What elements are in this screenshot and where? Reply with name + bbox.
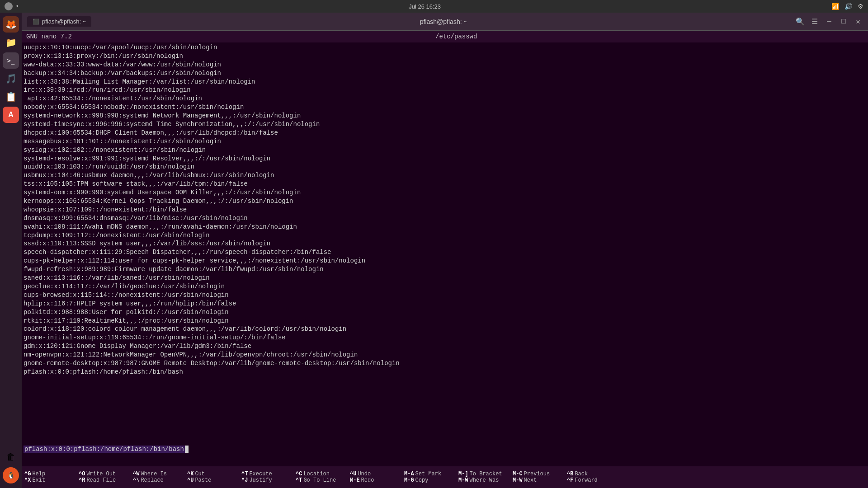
label-back: Back	[575, 471, 588, 477]
nano-filename: /etc/passwd	[435, 33, 477, 40]
footer-exit[interactable]: ^X Exit	[22, 477, 76, 483]
nano-version: GNU nano 7.2	[26, 33, 72, 40]
label-help: Help	[32, 471, 45, 477]
label-redo: Redo	[361, 477, 374, 483]
footer-justify[interactable]: ^J Justify	[239, 477, 293, 483]
menu-button[interactable]: ☰	[810, 17, 819, 26]
footer-help[interactable]: ^G Help	[22, 471, 76, 477]
key-ctrl-f: ^F	[567, 477, 573, 483]
terminal-icon: ⬛	[33, 19, 39, 25]
footer-rows: ^G Help ^O Write Out ^W Where Is ^K Cut …	[22, 471, 868, 483]
nano-footer: ^G Help ^O Write Out ^W Where Is ^K Cut …	[22, 466, 868, 488]
footer-previous[interactable]: M-C Previous	[510, 471, 564, 477]
title-bar-tab[interactable]: ⬛ pflash@pflash: ~	[27, 16, 91, 27]
footer-location[interactable]: ^C Location	[293, 471, 347, 477]
footer-copy[interactable]: M-G Copy	[401, 477, 456, 483]
system-icon	[5, 2, 13, 10]
taskbar-icon-trash[interactable]: 🗑	[3, 449, 19, 465]
key-ctrl-x: ^X	[24, 477, 31, 483]
key-ctrl-j: ^J	[241, 477, 248, 483]
label-copy: Copy	[415, 477, 429, 483]
footer-wherewas[interactable]: M-W Where Was	[456, 477, 510, 483]
taskbar: 🦊 📁 >_ 🎵 📋 A 🗑 🐧	[0, 13, 22, 488]
app-indicator: •	[16, 3, 18, 9]
label-forward: Forward	[575, 477, 597, 483]
key-m-bracket: M-]	[458, 471, 468, 477]
taskbar-icon-terminal[interactable]: >_	[3, 52, 19, 69]
label-previous: Previous	[524, 471, 550, 477]
highlighted-entry: pflash:x:0:0:pflash:/home/pflash:/bin/ba…	[24, 446, 185, 453]
cursor-block	[185, 446, 189, 453]
footer-bottom-row: ^X Exit ^R Read File ^\ Replace ^U Paste…	[22, 477, 868, 483]
footer-paste[interactable]: ^U Paste	[184, 477, 239, 483]
footer-gotoline[interactable]: ^T Go To Line	[293, 477, 347, 483]
footer-replace[interactable]: ^\ Replace	[130, 477, 184, 483]
footer-tobracket[interactable]: M-] To Bracket	[456, 471, 510, 477]
title-bar-left: ⬛ pflash@pflash: ~	[27, 16, 91, 27]
footer-execute[interactable]: ^T Execute	[239, 471, 293, 477]
label-execute: Execute	[249, 471, 272, 477]
close-button[interactable]: ✕	[854, 17, 863, 26]
label-setmark: Set Mark	[415, 471, 442, 477]
label-location: Location	[303, 471, 330, 477]
footer-cut[interactable]: ^K Cut	[184, 471, 239, 477]
key-ctrl-r: ^R	[79, 477, 85, 483]
key-m-e: M-E	[350, 477, 360, 483]
title-bar: ⬛ pflash@pflash: ~ pflash@pflash: ~ 🔍 ☰ …	[22, 13, 868, 31]
label-justify: Justify	[249, 477, 272, 483]
minimize-button[interactable]: ─	[825, 17, 834, 26]
label-readfile: Read File	[86, 477, 116, 483]
maximize-button[interactable]: □	[839, 17, 848, 26]
key-ctrl-t2: ^T	[296, 477, 302, 483]
footer-writeout[interactable]: ^O Write Out	[76, 471, 130, 477]
taskbar-icon-firefox[interactable]: 🦊	[3, 16, 19, 33]
key-ctrl-u: ^U	[187, 477, 193, 483]
key-ctrl-backslash: ^\	[133, 477, 139, 483]
label-paste: Paste	[195, 477, 211, 483]
nano-content[interactable]: uucp:x:10:10:uucp:/var/spool/uucp:/usr/s…	[22, 42, 868, 445]
label-gotoline: Go To Line	[303, 477, 336, 483]
taskbar-icon-ubuntu[interactable]: 🐧	[3, 467, 19, 483]
key-m-w2: M-W	[513, 477, 523, 483]
footer-back[interactable]: ^B Back	[564, 471, 618, 477]
footer-undo[interactable]: ^U Undo	[347, 471, 401, 477]
terminal-window: ⬛ pflash@pflash: ~ pflash@pflash: ~ 🔍 ☰ …	[22, 13, 868, 488]
taskbar-icon-music[interactable]: 🎵	[3, 70, 19, 87]
taskbar-icon-files[interactable]: 📁	[3, 34, 19, 51]
footer-redo[interactable]: M-E Redo	[347, 477, 401, 483]
key-ctrl-w: ^W	[133, 471, 139, 477]
taskbar-icon-notes[interactable]: 📋	[3, 89, 19, 105]
search-button[interactable]: 🔍	[796, 17, 805, 26]
footer-whereis[interactable]: ^W Where Is	[130, 471, 184, 477]
label-next: Next	[524, 477, 537, 483]
taskbar-bottom: 🗑 🐧	[3, 449, 19, 483]
nano-header: GNU nano 7.2 /etc/passwd spacer	[22, 31, 868, 42]
label-whereis: Where Is	[141, 471, 167, 477]
key-ctrl-k: ^K	[187, 471, 193, 477]
key-ctrl-b: ^B	[567, 471, 573, 477]
system-bar-right: 📶 🔊 ⚙	[831, 3, 863, 10]
label-wherewas: Where Was	[470, 477, 499, 483]
settings-icon: ⚙	[858, 3, 863, 10]
key-ctrl-g: ^G	[24, 471, 31, 477]
label-cut: Cut	[195, 471, 205, 477]
label-undo: Undo	[358, 471, 371, 477]
label-replace: Replace	[141, 477, 163, 483]
title-bar-title: pflash@pflash: ~	[420, 18, 467, 25]
key-ctrl-t: ^T	[241, 471, 248, 477]
footer-forward[interactable]: ^F Forward	[564, 477, 618, 483]
footer-next[interactable]: M-W Next	[510, 477, 564, 483]
label-writeout: Write Out	[86, 471, 116, 477]
system-bar-left: •	[5, 2, 18, 10]
footer-setmark[interactable]: M-A Set Mark	[401, 471, 456, 477]
footer-readfile[interactable]: ^R Read File	[76, 477, 130, 483]
label-tobracket: To Bracket	[470, 471, 502, 477]
footer-top-row: ^G Help ^O Write Out ^W Where Is ^K Cut …	[22, 471, 868, 477]
key-m-g: M-G	[404, 477, 414, 483]
key-m-c: M-C	[513, 471, 523, 477]
taskbar-icon-appcenter[interactable]: A	[3, 107, 19, 123]
key-ctrl-c: ^C	[296, 471, 302, 477]
key-m-w: M-W	[458, 477, 468, 483]
tab-label: pflash@pflash: ~	[42, 18, 86, 25]
title-bar-buttons: 🔍 ☰ ─ □ ✕	[796, 17, 863, 26]
